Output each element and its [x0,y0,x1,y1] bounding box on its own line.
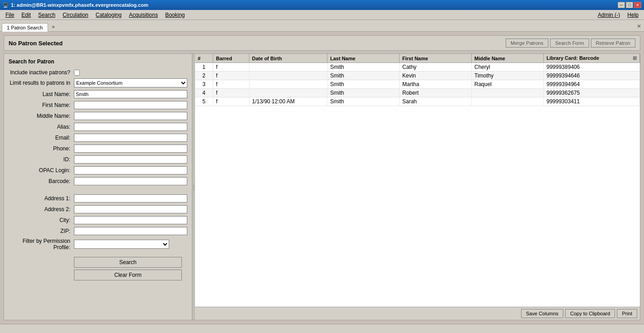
results-panel: # Barred Date of Birth Last Name First N… [195,54,640,320]
address1-input[interactable] [74,194,187,203]
search-form-panel: Search for Patron Include inactive patro… [4,54,192,320]
email-label: Email: [9,135,72,141]
tab-patron-search[interactable]: 1 Patron Search [2,23,48,32]
id-input[interactable] [74,155,187,164]
cell-first: Sarah [400,97,472,106]
col-resize-icon[interactable]: ⊞ [633,55,637,61]
copy-clipboard-button[interactable]: Copy to Clipboard [565,309,615,318]
menu-acquisitions[interactable]: Acquisitions [125,11,161,19]
filter-perm-select[interactable] [74,240,169,249]
last-name-input[interactable] [74,90,187,98]
cell-first: Robert [400,89,472,97]
main-content: No Patron Selected Merge Patrons Search … [0,32,644,324]
save-columns-button[interactable]: Save Columns [521,309,564,318]
tab-bar: 1 Patron Search + ✕ [0,20,644,32]
header-buttons: Merge Patrons Search Form Retrieve Patro… [506,39,635,48]
col-header-library: Library Card: Barcode ⊞ [544,54,640,63]
cell-barred: f [213,89,249,97]
table-row[interactable]: 2 f Smith Kevin Timothy 99999394646 [195,72,640,80]
email-input[interactable] [74,134,187,142]
maximize-button[interactable]: □ [626,2,633,8]
alias-label: Alias: [9,124,72,130]
title-bar-controls: ─ □ ✕ [618,2,641,8]
zip-label: ZIP: [9,228,72,234]
cell-middle [472,97,544,106]
cell-last: Smith [327,89,400,97]
col-header-first: First Name [400,54,472,63]
results-table: # Barred Date of Birth Last Name First N… [195,54,640,106]
tab-close-icon[interactable]: ✕ [637,23,641,29]
cell-barcode: 99999394964 [544,80,640,89]
clear-form-button[interactable]: Clear Form [74,270,182,280]
last-name-row: Last Name: [9,90,187,98]
cell-middle [472,89,544,97]
phone-input[interactable] [74,145,187,153]
cell-barcode: 99999394646 [544,72,640,80]
minimize-button[interactable]: ─ [618,2,625,8]
menu-booking[interactable]: Booking [161,11,188,19]
cell-barcode: 99999303411 [544,97,640,106]
phone-row: Phone: [9,145,187,153]
results-table-container: # Barred Date of Birth Last Name First N… [195,54,640,307]
menu-cataloging[interactable]: Cataloging [92,11,125,19]
barcode-row: Barcode: [9,177,187,185]
cell-last: Smith [327,97,400,106]
status-bar [0,324,644,333]
table-row[interactable]: 5 f 1/13/90 12:00 AM Smith Sarah 9999930… [195,97,640,106]
table-row[interactable]: 3 f Smith Martha Raquel 99999394964 [195,80,640,89]
first-name-input[interactable] [74,101,187,109]
search-form-button[interactable]: Search Form [550,39,589,48]
table-row[interactable]: 4 f Smith Robert 99999362675 [195,89,640,97]
menu-bar: File Edit Search Circulation Cataloging … [0,10,644,20]
title-bar: 🖥️ 1: admin@BR1-winxpvmfx.phasefx.evergr… [0,0,644,10]
phone-label: Phone: [9,145,72,152]
include-inactive-checkbox[interactable] [74,70,80,76]
cell-barred: f [213,80,249,89]
cell-first: Cathy [400,63,472,72]
limit-results-label: Limit results to patrons in [9,80,72,86]
id-row: ID: [9,155,187,164]
cell-barred: f [213,63,249,72]
menu-edit[interactable]: Edit [18,11,34,19]
first-name-label: First Name: [9,102,72,108]
search-form-title: Search for Patron [9,58,187,65]
search-button[interactable]: Search [74,257,182,268]
header-section: No Patron Selected Merge Patrons Search … [4,35,640,51]
menu-file[interactable]: File [2,11,18,19]
cell-num: 5 [195,97,213,106]
cell-barcode: 99999389406 [544,63,640,72]
close-button[interactable]: ✕ [634,2,641,8]
middle-name-label: Middle Name: [9,113,72,119]
new-tab-button[interactable]: + [48,22,59,32]
patron-status: No Patron Selected [9,40,63,47]
email-row: Email: [9,134,187,142]
city-row: City: [9,216,187,224]
cell-last: Smith [327,63,400,72]
address2-input[interactable] [74,205,187,213]
help-menu[interactable]: Help [624,11,642,19]
zip-input[interactable] [74,227,187,235]
opac-login-row: OPAC Login: [9,166,187,174]
city-input[interactable] [74,216,187,224]
filter-perm-label: Filter by Permission Profile: [9,238,72,251]
form-buttons: Search Clear Form [9,257,187,280]
opac-login-input[interactable] [74,166,187,174]
merge-patrons-button[interactable]: Merge Patrons [506,39,548,48]
cell-first: Kevin [400,72,472,80]
limit-results-select[interactable]: Example Consortium [74,78,187,87]
cell-last: Smith [327,80,400,89]
col-header-barred: Barred [213,54,249,63]
print-button[interactable]: Print [617,309,637,318]
alias-input[interactable] [74,123,187,131]
barcode-input[interactable] [74,177,187,185]
menu-circulation[interactable]: Circulation [59,11,92,19]
table-row[interactable]: 1 f Smith Cathy Cheryl 99999389406 [195,63,640,72]
body-section: Search for Patron Include inactive patro… [4,53,640,320]
cell-num: 2 [195,72,213,80]
menu-search[interactable]: Search [34,11,59,19]
middle-name-input[interactable] [74,112,187,120]
cell-last: Smith [327,72,400,80]
cell-dob [249,80,327,89]
retrieve-patron-button[interactable]: Retrieve Patron [591,39,635,48]
admin-menu[interactable]: Admin (-) [594,11,624,19]
